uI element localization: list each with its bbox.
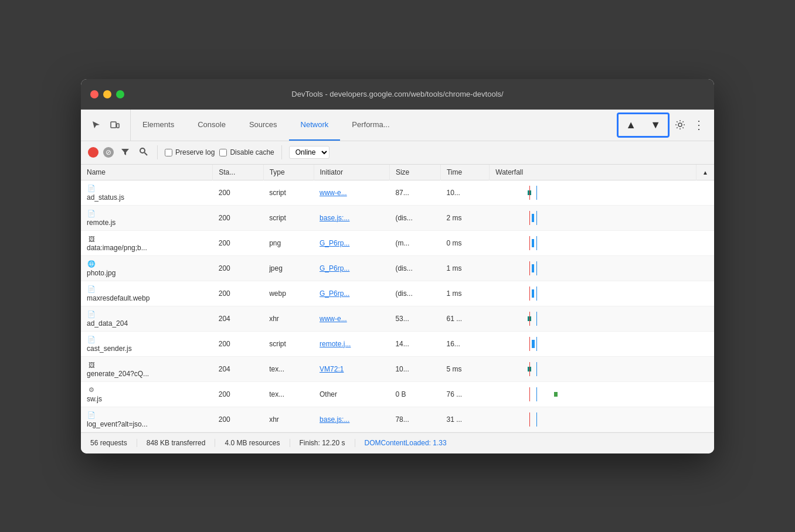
- cell-type: xhr: [263, 306, 314, 331]
- cell-time: 2 ms: [440, 205, 489, 230]
- cell-initiator: remote.j...: [314, 331, 389, 356]
- cell-waterfall: [490, 230, 697, 255]
- disable-cache-label[interactable]: Disable cache: [219, 148, 274, 156]
- cell-type: tex...: [263, 356, 314, 381]
- tab-elements[interactable]: Elements: [131, 110, 186, 141]
- table-row[interactable]: 📄 ad_status.js 200 script www-e... 87...…: [81, 180, 714, 205]
- filter-bar: ⊘ Preserve log Disable cache Online: [81, 141, 714, 165]
- cell-waterfall: [490, 331, 697, 356]
- table-row[interactable]: ⚙ sw.js 200 tex... Other 0 B 76 ...: [81, 381, 714, 407]
- cell-waterfall: [490, 255, 697, 281]
- toolbar: Elements Console Sources Network Perform…: [81, 110, 714, 141]
- cell-size: 14...: [389, 331, 440, 356]
- throttle-select[interactable]: Online: [289, 146, 329, 159]
- cell-extra: [697, 205, 714, 230]
- filter-btn[interactable]: [118, 146, 132, 159]
- device-toggle-btn[interactable]: [107, 117, 123, 133]
- table-row[interactable]: 🌐 photo.jpg 200 jpeg G_P6rp... (dis... 1…: [81, 255, 714, 281]
- cell-initiator: www-e...: [314, 180, 389, 205]
- cell-name: 🌐 photo.jpg: [81, 255, 213, 281]
- table-row[interactable]: 🖼 data:image/png;b... 200 png G_P6rp... …: [81, 230, 714, 255]
- minimize-button[interactable]: [103, 90, 111, 98]
- cell-waterfall: [490, 381, 697, 407]
- search-btn[interactable]: [137, 146, 150, 159]
- tab-performance[interactable]: Performa...: [340, 110, 401, 141]
- file-icon: 🖼: [87, 360, 96, 370]
- col-name: Name: [81, 165, 213, 180]
- toolbar-right: ▲ ▼ ⋮: [610, 110, 714, 141]
- cell-size: 0 B: [389, 381, 440, 407]
- tab-console[interactable]: Console: [186, 110, 237, 141]
- svg-point-3: [140, 148, 145, 153]
- col-sort[interactable]: [697, 165, 714, 180]
- table-row[interactable]: 📄 maxresdefault.webp 200 webp G_P6rp... …: [81, 281, 714, 306]
- cell-waterfall: [490, 306, 697, 331]
- file-icon: 📄: [87, 285, 96, 294]
- toolbar-left: [81, 110, 131, 141]
- disable-cache-checkbox[interactable]: [219, 149, 227, 156]
- table-row[interactable]: 📄 log_event?alt=jso... 200 xhr base.js:.…: [81, 407, 714, 432]
- cell-waterfall: [490, 281, 697, 306]
- status-bar: 56 requests 848 KB transferred 4.0 MB re…: [81, 432, 714, 453]
- col-initiator: Initiator: [314, 165, 389, 180]
- cell-type: tex...: [263, 381, 314, 407]
- cell-waterfall: [490, 205, 697, 230]
- cell-extra: [697, 180, 714, 205]
- file-icon: 📄: [87, 310, 96, 319]
- block-requests-btn[interactable]: ⊘: [103, 147, 114, 158]
- cell-size: (dis...: [389, 281, 440, 306]
- cell-type: xhr: [263, 407, 314, 432]
- svg-line-4: [145, 153, 148, 156]
- maximize-button[interactable]: [116, 90, 124, 98]
- svg-point-2: [678, 123, 682, 127]
- network-table: Name Sta... Type Initiator Size Time Wat…: [81, 165, 714, 432]
- separator-1: [157, 145, 158, 159]
- cell-initiator: www-e...: [314, 306, 389, 331]
- cell-type: jpeg: [263, 255, 314, 281]
- upload-btn[interactable]: ▲: [623, 117, 638, 134]
- cell-time: 76 ...: [440, 381, 489, 407]
- cell-size: (m...: [389, 230, 440, 255]
- record-btn[interactable]: [88, 147, 98, 158]
- status-resources: 4.0 MB resources: [215, 439, 290, 447]
- col-status: Sta...: [213, 165, 263, 180]
- cell-size: 87...: [389, 180, 440, 205]
- settings-btn[interactable]: [672, 117, 688, 133]
- close-button[interactable]: [90, 90, 98, 98]
- more-menu-btn[interactable]: ⋮: [691, 117, 707, 133]
- cell-type: script: [263, 331, 314, 356]
- cell-name: 📄 remote.js: [81, 205, 213, 230]
- table-row[interactable]: 🖼 generate_204?cQ... 204 tex... VM72:1 1…: [81, 356, 714, 381]
- cell-status: 200: [213, 180, 263, 205]
- status-requests: 56 requests: [90, 439, 137, 447]
- cell-size: (dis...: [389, 205, 440, 230]
- devtools-window: DevTools - developers.google.com/web/too…: [81, 79, 714, 453]
- preserve-log-label[interactable]: Preserve log: [165, 148, 215, 156]
- cell-time: 0 ms: [440, 230, 489, 255]
- separator-2: [281, 145, 282, 159]
- file-icon: 🌐: [87, 260, 96, 269]
- cursor-icon-btn[interactable]: [88, 117, 104, 133]
- tab-sources[interactable]: Sources: [237, 110, 289, 141]
- table-row[interactable]: 📄 ad_data_204 204 xhr www-e... 53... 61 …: [81, 306, 714, 331]
- cell-initiator: G_P6rp...: [314, 255, 389, 281]
- table-row[interactable]: 📄 remote.js 200 script base.js:... (dis.…: [81, 205, 714, 230]
- cell-name: 📄 cast_sender.js: [81, 331, 213, 356]
- upload-icon: ▲: [626, 119, 636, 131]
- cell-waterfall: [490, 407, 697, 432]
- cell-status: 200: [213, 281, 263, 306]
- cell-name: 📄 ad_data_204: [81, 306, 213, 331]
- network-table-container: Name Sta... Type Initiator Size Time Wat…: [81, 165, 714, 432]
- cell-waterfall: [490, 180, 697, 205]
- cell-status: 200: [213, 230, 263, 255]
- tab-network[interactable]: Network: [289, 110, 341, 141]
- file-icon: 📄: [87, 411, 96, 420]
- table-row[interactable]: 📄 cast_sender.js 200 script remote.j... …: [81, 331, 714, 356]
- cell-time: 1 ms: [440, 281, 489, 306]
- download-btn[interactable]: ▼: [648, 117, 663, 134]
- table-header-row: Name Sta... Type Initiator Size Time Wat…: [81, 165, 714, 180]
- cell-type: script: [263, 180, 314, 205]
- cell-initiator: G_P6rp...: [314, 230, 389, 255]
- preserve-log-checkbox[interactable]: [165, 149, 172, 156]
- cell-initiator: base.js:...: [314, 407, 389, 432]
